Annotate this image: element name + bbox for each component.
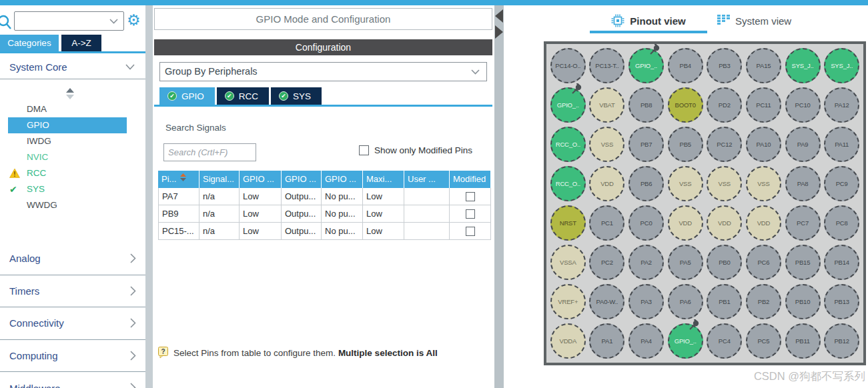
pin-pc8[interactable]: PC8 (824, 205, 859, 241)
peripheral-search-combobox[interactable] (14, 11, 124, 31)
column-header[interactable]: GPIO ... (240, 171, 282, 188)
pin-pc2[interactable]: PC2 (589, 245, 624, 280)
show-only-modified-checkbox[interactable] (359, 145, 369, 155)
collapse-right-icon[interactable] (495, 25, 503, 39)
pin-pc6[interactable]: PC6 (746, 245, 781, 280)
mode-tab-sys[interactable]: ✔ SYS (271, 87, 322, 105)
pin-pa5[interactable]: PA5 (668, 245, 703, 280)
pin-pb3[interactable]: PB3 (707, 48, 742, 83)
splitter-handle[interactable] (494, 5, 504, 388)
pin-vdd[interactable]: VDD (589, 166, 624, 201)
pin-vss[interactable]: VSS (589, 127, 624, 162)
pin-vbat[interactable]: VBAT (589, 87, 624, 123)
pin-pa3[interactable]: PA3 (628, 284, 664, 319)
sidebar-item-iwdg[interactable]: IWDG (8, 133, 127, 149)
pin-pc10[interactable]: PC10 (785, 87, 821, 123)
pin-vss[interactable]: VSS (746, 166, 781, 201)
tab-a-z[interactable]: A->Z (61, 35, 101, 51)
pin-pa4[interactable]: PA4 (628, 323, 664, 359)
column-header[interactable]: User ... (404, 171, 450, 188)
sidebar-category-analog[interactable]: Analog (0, 243, 145, 275)
collapse-left-icon[interactable] (495, 9, 503, 23)
sidebar-item-gpio[interactable]: GPIO (8, 117, 127, 133)
pin-gpio[interactable]: GPIO_.. (550, 87, 586, 123)
pin-vdd[interactable]: VDD (746, 205, 781, 241)
pin-pc9[interactable]: PC9 (824, 166, 859, 201)
system-core-header[interactable]: System Core (9, 61, 137, 75)
pin-pd2[interactable]: PD2 (707, 87, 742, 123)
pin-boot0[interactable]: BOOT0 (668, 87, 703, 123)
sidebar-category-computing[interactable]: Computing (0, 340, 145, 373)
pin-pb8[interactable]: PB8 (628, 87, 664, 123)
tab-pinout-view[interactable]: Pinout view (590, 11, 707, 31)
pin-pb13[interactable]: PB13 (824, 284, 859, 319)
pin-nrst[interactable]: NRST (550, 205, 586, 241)
pin-pa1[interactable]: PA1 (589, 323, 624, 359)
column-header[interactable]: Signal... (199, 171, 240, 188)
modified-checkbox[interactable] (466, 209, 475, 219)
sidebar-category-middleware[interactable]: Middleware (0, 372, 145, 388)
pin-vssa[interactable]: VSSA (550, 245, 586, 280)
pin-pb4[interactable]: PB4 (668, 48, 703, 83)
pin-gpio[interactable]: GPIO_.. (668, 323, 703, 359)
column-header[interactable]: Modified (450, 171, 491, 188)
pin-pa12[interactable]: PA12 (824, 87, 859, 123)
pin-vdd[interactable]: VDD (668, 205, 703, 241)
pin-pb12[interactable]: PB12 (824, 323, 859, 359)
gear-icon[interactable]: ⚙ (127, 9, 141, 31)
pin-pc7[interactable]: PC7 (785, 205, 821, 241)
pin-pa0-w[interactable]: PA0-W.. (589, 284, 624, 319)
pin-pa15[interactable]: PA15 (746, 48, 781, 83)
signals-search-input[interactable] (163, 143, 256, 161)
pin-rcco[interactable]: RCC_O.. (550, 127, 586, 162)
mode-tab-gpio[interactable]: ✔ GPIO (159, 87, 215, 105)
pin-rcco[interactable]: RCC_O.. (550, 166, 586, 201)
pin-pa10[interactable]: PA10 (746, 127, 781, 162)
group-by-select[interactable]: Group By Peripherals (159, 62, 487, 81)
pin-pb1[interactable]: PB1 (707, 284, 742, 319)
column-header[interactable]: GPIO ... (282, 171, 322, 188)
pin-pc4[interactable]: PC4 (707, 323, 742, 359)
pin-pa11[interactable]: PA11 (824, 127, 859, 162)
sidebar-item-dma[interactable]: DMA (8, 101, 127, 117)
pin-vdda[interactable]: VDDA (550, 323, 586, 359)
list-scroll-spinner[interactable] (66, 88, 75, 100)
pin-pc13-t[interactable]: PC13-T.. (589, 48, 624, 83)
pin-vref+[interactable]: VREF+ (550, 284, 586, 319)
pin-vss[interactable]: VSS (707, 166, 742, 201)
pin-pa6[interactable]: PA6 (668, 284, 703, 319)
pin-pb2[interactable]: PB2 (746, 284, 781, 319)
table-row[interactable]: PC15-...n/aLowOutpu...No pu...Low (158, 223, 492, 240)
column-header[interactable]: Maxi... (363, 171, 404, 188)
modified-checkbox[interactable] (466, 227, 475, 236)
pin-pb7[interactable]: PB7 (628, 127, 664, 162)
sidebar-item-rcc[interactable]: !RCC (8, 165, 127, 181)
pin-pb11[interactable]: PB11 (785, 323, 821, 359)
tab-categories[interactable]: Categories (0, 35, 59, 51)
tab-system-view[interactable]: System view (717, 11, 791, 31)
pin-pc14-o[interactable]: PC14-O.. (550, 48, 586, 83)
pin-pb6[interactable]: PB6 (628, 166, 664, 201)
pin-pb5[interactable]: PB5 (668, 127, 703, 162)
pin-vdd[interactable]: VDD (707, 205, 742, 241)
pin-pb14[interactable]: PB14 (824, 245, 859, 280)
pin-pc12[interactable]: PC12 (707, 127, 742, 162)
pin-sysj[interactable]: SYS_J.. (824, 48, 859, 83)
pin-vss[interactable]: VSS (668, 166, 703, 201)
sidebar-category-connectivity[interactable]: Connectivity (0, 307, 145, 340)
pin-pb15[interactable]: PB15 (785, 245, 821, 280)
pin-pc0[interactable]: PC0 (628, 205, 664, 241)
column-header[interactable]: Pi... (158, 171, 199, 188)
pin-pb10[interactable]: PB10 (785, 284, 821, 319)
modified-checkbox[interactable] (466, 192, 475, 201)
table-row[interactable]: PA7n/aLowOutpu...No pu...Low (158, 188, 492, 205)
sidebar-category-timers[interactable]: Timers (0, 275, 145, 308)
pin-pc5[interactable]: PC5 (746, 323, 781, 359)
pin-pc1[interactable]: PC1 (589, 205, 624, 241)
pin-pc11[interactable]: PC11 (746, 87, 781, 123)
column-header[interactable]: GPIO ... (322, 171, 363, 188)
pin-pa9[interactable]: PA9 (785, 127, 821, 162)
sidebar-item-sys[interactable]: ✔SYS (8, 181, 127, 197)
sidebar-item-wwdg[interactable]: WWDG (8, 197, 127, 213)
pin-sysj[interactable]: SYS_J.. (785, 48, 821, 83)
